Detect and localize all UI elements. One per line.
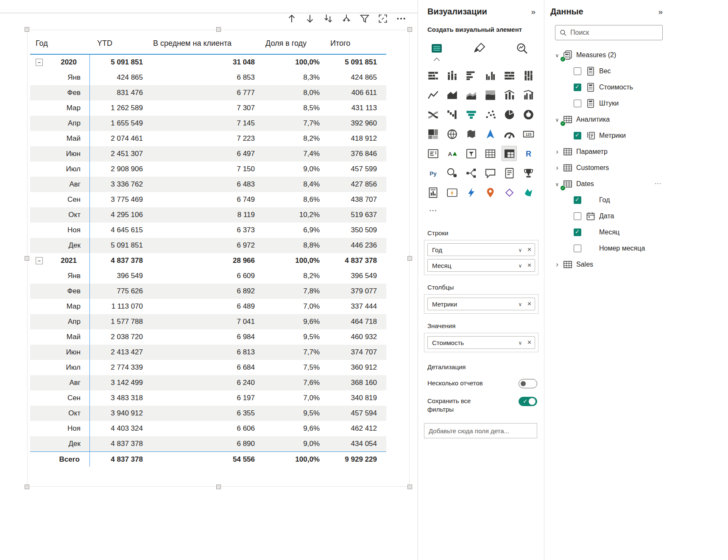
pie-chart-icon[interactable] [502, 107, 517, 122]
cell-share-of-year[interactable]: 100,0% [256, 452, 321, 467]
matrix-row[interactable]: Июл 2 774 339 6 684 7,5% 360 912 [30, 360, 386, 375]
cell-avg-per-client[interactable]: 7 307 [144, 100, 256, 116]
qa-visual-icon[interactable] [483, 165, 498, 181]
column-header-year[interactable]: Год [30, 33, 90, 54]
chevron-down-icon[interactable] [516, 246, 524, 254]
matrix-row[interactable]: Дек 5 091 851 6 972 8,8% 446 236 [30, 238, 386, 253]
matrix-visual[interactable]: Год YTD В среднем на клиента Доля в году… [27, 30, 410, 487]
key-influencers-icon[interactable] [444, 165, 460, 181]
cell-total[interactable]: 418 912 [321, 131, 386, 146]
arcgis-map-icon[interactable] [483, 185, 498, 200]
column-header-share-of-year[interactable]: Доля в году [256, 33, 321, 54]
power-automate-icon[interactable] [463, 185, 479, 200]
expander-chevron-icon[interactable] [553, 51, 561, 59]
columns-well-dropzone[interactable]: Метрики [424, 294, 538, 314]
cell-share-of-year[interactable]: 100,0% [256, 253, 321, 268]
matrix-row[interactable]: Дек 4 837 378 6 890 9,0% 434 054 [30, 436, 386, 451]
gauge-icon[interactable] [502, 126, 517, 142]
table-icon[interactable] [483, 146, 498, 161]
cell-ytd[interactable]: 5 091 851 [90, 55, 144, 70]
row-header-cell[interactable]: Окт [30, 207, 90, 223]
collapse-year-button[interactable] [36, 257, 43, 265]
matrix-row[interactable]: Май 2 038 720 6 984 9,5% 460 932 [30, 329, 386, 345]
field-checkbox[interactable] [574, 228, 581, 236]
cell-total[interactable]: 374 707 [321, 345, 386, 360]
row-header-cell[interactable]: Дек [30, 238, 90, 253]
more-options-icon[interactable] [654, 178, 662, 186]
matrix-row[interactable]: Апр 1 655 549 7 145 7,7% 392 960 [30, 116, 386, 131]
cell-ytd[interactable]: 2 774 339 [90, 360, 144, 375]
cell-total[interactable]: 350 509 [321, 223, 386, 238]
cell-ytd[interactable]: 5 091 851 [90, 238, 144, 253]
cell-share-of-year[interactable]: 8,2% [256, 131, 321, 146]
cell-avg-per-client[interactable]: 7 041 [144, 314, 256, 329]
cell-share-of-year[interactable]: 7,8% [256, 284, 321, 299]
filter-icon[interactable] [359, 13, 370, 24]
cell-avg-per-client[interactable]: 6 813 [144, 345, 256, 360]
matrix-row[interactable]: Июл 2 908 906 7 150 9,0% 457 599 [30, 162, 386, 177]
chevron-down-icon[interactable] [516, 339, 524, 346]
cell-total[interactable]: 5 091 851 [321, 55, 386, 70]
100-stacked-bar-chart-icon[interactable] [502, 68, 517, 83]
matrix-row[interactable]: Июн 2 451 307 6 497 7,4% 376 846 [30, 146, 386, 162]
tab-build-visual[interactable] [427, 40, 446, 57]
resize-handle-bottom-middle[interactable] [216, 485, 221, 489]
cell-avg-per-client[interactable]: 6 749 [144, 192, 256, 207]
row-header-cell[interactable]: Дек [30, 436, 90, 451]
cell-total[interactable]: 337 444 [321, 299, 386, 314]
cell-total[interactable]: 424 865 [321, 70, 386, 85]
paginated-report-icon[interactable] [425, 185, 441, 200]
row-header-cell[interactable]: Апр [30, 116, 90, 131]
cell-avg-per-client[interactable]: 6 497 [144, 146, 256, 162]
matrix-row[interactable]: Апр 1 577 788 7 041 9,6% 464 718 [30, 314, 386, 329]
row-header-cell[interactable]: Всего [30, 452, 90, 467]
matrix-icon[interactable] [502, 146, 517, 161]
line-and-stacked-column-chart-icon[interactable] [502, 87, 517, 103]
values-well-dropzone[interactable]: Стоимость [424, 333, 538, 352]
100-stacked-area-chart-icon[interactable] [483, 87, 498, 103]
cell-total[interactable]: 431 113 [321, 100, 386, 116]
table-dates[interactable]: Dates [545, 176, 668, 192]
cell-total[interactable]: 360 912 [321, 360, 386, 375]
cell-avg-per-client[interactable]: 7 223 [144, 131, 256, 146]
row-header-cell[interactable]: Янв [30, 70, 90, 85]
row-header-cell[interactable]: Ноя [30, 421, 90, 436]
funnel-chart-icon[interactable] [463, 107, 479, 122]
cell-share-of-year[interactable]: 8,4% [256, 177, 321, 192]
cell-avg-per-client[interactable]: 6 606 [144, 421, 256, 436]
row-header-cell[interactable]: Сен [30, 192, 90, 207]
cell-ytd[interactable]: 4 837 378 [90, 253, 144, 268]
scatter-chart-icon[interactable] [483, 107, 498, 122]
keep-all-filters-toggle[interactable] [519, 397, 537, 406]
row-header-cell[interactable]: Июл [30, 360, 90, 375]
multi-row-card-icon[interactable] [425, 146, 441, 161]
cell-ytd[interactable]: 424 865 [90, 70, 144, 85]
cell-ytd[interactable]: 1 655 549 [90, 116, 144, 131]
row-header-cell[interactable]: Мар [30, 100, 90, 116]
cell-total[interactable]: 368 160 [321, 375, 386, 390]
cell-ytd[interactable]: 2 413 427 [90, 345, 144, 360]
cell-share-of-year[interactable]: 8,5% [256, 100, 321, 116]
cell-avg-per-client[interactable]: 6 684 [144, 360, 256, 375]
field-pill[interactable]: Месяц [427, 259, 535, 272]
field-checkbox[interactable] [574, 67, 581, 75]
cell-avg-per-client[interactable]: 6 892 [144, 284, 256, 299]
cell-ytd[interactable]: 775 626 [90, 284, 144, 299]
resize-handle-top-left[interactable] [25, 27, 29, 32]
field-metriki[interactable]: Метрики [545, 128, 668, 144]
field-stoimost[interactable]: Стоимость [545, 79, 668, 95]
row-header-cell[interactable]: Апр [30, 314, 90, 329]
cell-total[interactable]: 379 077 [321, 284, 386, 299]
collapse-visualizations-pane-icon[interactable]: » [531, 7, 536, 17]
donut-chart-icon[interactable] [521, 107, 536, 122]
cell-share-of-year[interactable]: 8,6% [256, 192, 321, 207]
cell-total[interactable]: 4 837 378 [321, 253, 386, 268]
row-header-cell[interactable]: Ноя [30, 223, 90, 238]
cell-share-of-year[interactable]: 8,3% [256, 70, 321, 85]
waterfall-chart-icon[interactable] [444, 107, 460, 122]
clustered-column-chart-icon[interactable] [483, 68, 498, 83]
cell-total[interactable]: 457 599 [321, 162, 386, 177]
row-header-cell[interactable]: Май [30, 131, 90, 146]
collapse-year-button[interactable] [36, 59, 43, 66]
cell-ytd[interactable]: 4 295 106 [90, 207, 144, 223]
